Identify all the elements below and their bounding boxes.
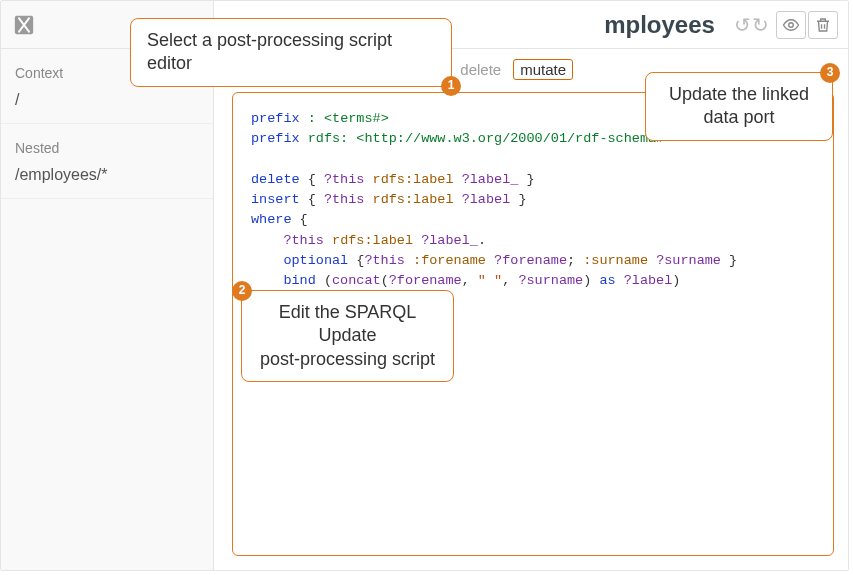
tab-mutate[interactable]: mutate [513,59,573,80]
callout-1-badge: 1 [441,76,461,96]
sidebar-section-nested: Nested [1,124,213,162]
svg-point-1 [789,22,794,27]
sidebar-nested-path[interactable]: /employees/* [1,162,213,199]
eye-icon [782,16,800,34]
app-logo-icon [13,14,35,36]
callout-3-badge: 3 [820,63,840,83]
callout-1: Select a post-processing script editor 1 [130,18,452,87]
callout-3: Update the linked data port 3 [645,72,833,141]
callout-2: Edit the SPARQL Update post-processing s… [241,290,454,382]
preview-button[interactable] [776,11,806,39]
callout-2-badge: 2 [232,281,252,301]
trash-button[interactable] [808,11,838,39]
trash-icon [814,16,832,34]
tab-delete[interactable]: delete [460,61,501,78]
undo-redo-icon[interactable]: ↺↻ [734,13,770,37]
toolbar-actions: ↺↻ [734,11,838,39]
sidebar-context-path[interactable]: / [1,87,213,124]
